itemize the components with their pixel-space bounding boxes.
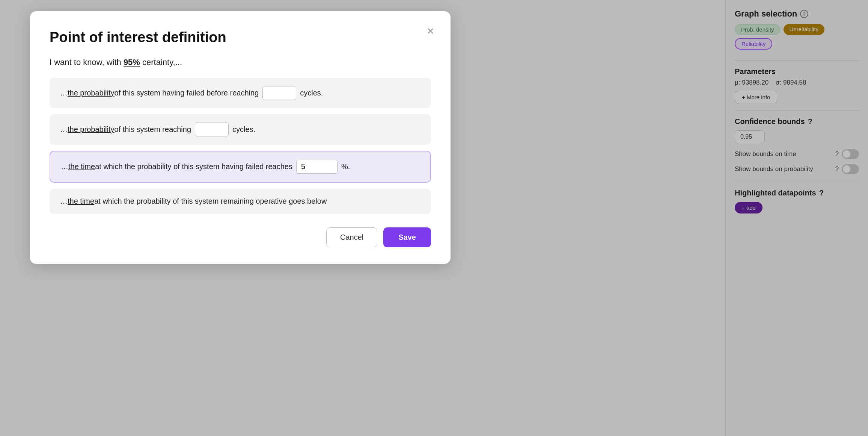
subtitle-suffix: certainty,... <box>140 58 182 67</box>
modal-actions: Cancel Save <box>50 227 431 247</box>
option4-middle: at which the probability of this system … <box>94 197 327 206</box>
option1-input[interactable] <box>262 86 296 100</box>
option1-suffix: cycles. <box>300 89 323 97</box>
modal-subtitle: I want to know, with 95% certainty,... <box>50 58 431 67</box>
option3-suffix: %. <box>341 162 350 171</box>
modal-overlay: Point of interest definition × I want to… <box>0 0 868 436</box>
option-card-1[interactable]: … the probability of this system having … <box>50 78 431 108</box>
modal-title: Point of interest definition <box>50 29 431 45</box>
option4-link: the time <box>68 197 94 206</box>
option2-prefix: … <box>60 125 68 134</box>
option2-middle: of this system reaching <box>115 125 191 134</box>
modal-close-button[interactable]: × <box>427 25 434 37</box>
option1-link: the probability <box>68 89 115 97</box>
option2-input[interactable] <box>195 123 229 136</box>
cancel-button[interactable]: Cancel <box>326 227 377 247</box>
option1-prefix: … <box>60 89 68 97</box>
option1-middle: of this system having failed before reac… <box>115 89 259 97</box>
option-card-4[interactable]: … the time at which the probability of t… <box>50 189 431 214</box>
modal-dialog: Point of interest definition × I want to… <box>30 11 451 264</box>
option3-middle: at which the probability of this system … <box>95 162 292 171</box>
save-button[interactable]: Save <box>383 227 431 247</box>
option3-link: the time <box>68 162 95 171</box>
option2-link: the probability <box>68 125 115 134</box>
option-card-2[interactable]: … the probability of this system reachin… <box>50 114 431 145</box>
option4-prefix: … <box>60 197 68 206</box>
option-card-3[interactable]: … the time at which the probability of t… <box>50 151 431 183</box>
option3-prefix: … <box>61 162 68 171</box>
option2-suffix: cycles. <box>232 125 255 134</box>
subtitle-prefix: I want to know, with <box>50 58 124 67</box>
subtitle-certainty: 95% <box>124 58 140 67</box>
option3-input[interactable] <box>296 160 338 174</box>
